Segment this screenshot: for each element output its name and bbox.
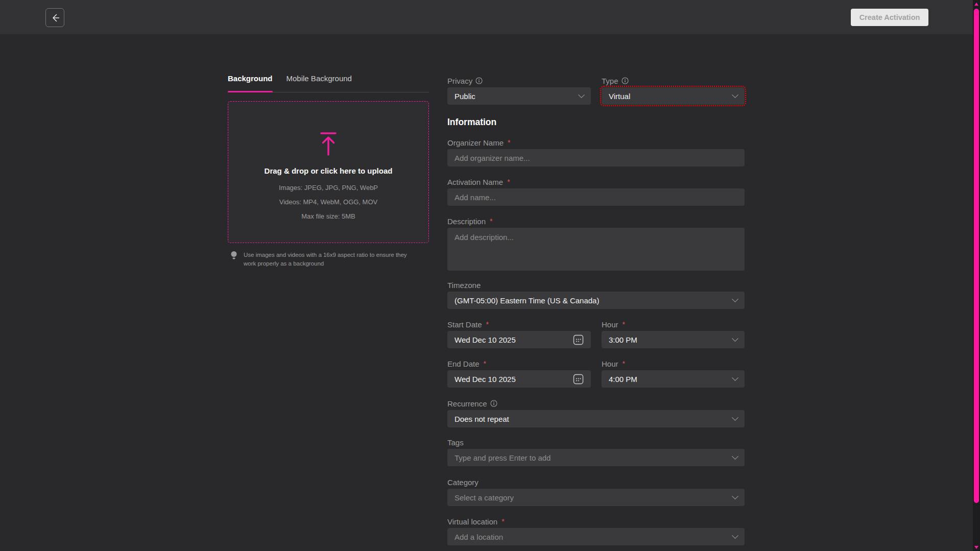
required-marker: * xyxy=(490,217,492,225)
vertical-scrollbar[interactable] xyxy=(973,0,980,551)
upload-dropzone[interactable]: Drag & drop or click here to upload Imag… xyxy=(228,101,429,243)
create-activation-button[interactable]: Create Activation xyxy=(851,9,928,26)
organizer-name-input[interactable]: Add organizer name... xyxy=(447,149,745,166)
tab-mobile-background[interactable]: Mobile Background xyxy=(286,74,352,84)
info-icon[interactable] xyxy=(490,400,497,407)
category-label: Category xyxy=(447,477,745,487)
start-hour-select[interactable]: 3:00 PM xyxy=(602,331,745,348)
upload-max-size: Max file size: 5MB xyxy=(301,212,355,220)
chevron-down-icon xyxy=(732,453,738,460)
chevron-down-icon xyxy=(732,335,738,342)
chevron-down-icon xyxy=(732,532,738,539)
activation-form: Privacy Public Type V xyxy=(447,71,745,545)
start-date-label: Start Date * xyxy=(447,319,591,329)
type-label: Type xyxy=(602,76,745,86)
required-marker: * xyxy=(508,138,510,147)
aspect-ratio-tip: Use images and videos with a 16x9 aspect… xyxy=(228,251,429,268)
virtual-location-label-text: Virtual location xyxy=(447,517,497,526)
activation-name-label: Activation Name * xyxy=(447,177,745,187)
upload-arrow-icon xyxy=(320,132,337,156)
information-section-title: Information xyxy=(447,117,745,128)
description-label-text: Description xyxy=(447,217,486,226)
lightbulb-icon xyxy=(230,251,237,261)
virtual-location-label: Virtual location * xyxy=(447,516,745,526)
category-placeholder: Select a category xyxy=(455,493,733,502)
description-placeholder: Add description... xyxy=(455,233,514,242)
info-icon[interactable] xyxy=(622,77,629,84)
description-label: Description * xyxy=(447,216,745,226)
category-label-text: Category xyxy=(447,478,479,487)
type-label-text: Type xyxy=(602,77,618,85)
required-marker: * xyxy=(507,178,510,186)
info-icon[interactable] xyxy=(475,77,483,84)
chevron-down-icon xyxy=(732,493,738,499)
organizer-name-placeholder: Add organizer name... xyxy=(455,154,737,162)
category-select[interactable]: Select a category xyxy=(447,489,745,506)
chevron-down-icon xyxy=(578,91,585,98)
calendar-icon xyxy=(573,334,584,345)
type-value: Virtual xyxy=(609,92,733,101)
header-bar: Create Activation xyxy=(0,0,980,34)
scrollbar-down-arrow-icon[interactable] xyxy=(974,546,978,549)
required-marker: * xyxy=(623,320,625,328)
chevron-down-icon xyxy=(732,374,738,381)
end-date-value: Wed Dec 10 2025 xyxy=(455,375,573,384)
back-button[interactable] xyxy=(45,8,64,27)
tags-input[interactable]: Type and press Enter to add xyxy=(447,449,745,466)
activation-name-input[interactable]: Add name... xyxy=(447,188,745,206)
chevron-down-icon xyxy=(732,414,738,421)
upload-videos-formats: Videos: MP4, WebM, OGG, MOV xyxy=(279,198,377,206)
description-textarea[interactable]: Add description... xyxy=(447,228,745,271)
type-select[interactable]: Virtual xyxy=(602,87,745,105)
chevron-down-icon xyxy=(732,296,738,302)
recurrence-select[interactable]: Does not repeat xyxy=(447,410,745,427)
end-hour-label-text: Hour xyxy=(602,360,618,368)
tip-text: Use images and videos with a 16x9 aspect… xyxy=(244,251,420,268)
privacy-value: Public xyxy=(455,92,579,101)
start-hour-label-text: Hour xyxy=(602,320,618,329)
start-date-input[interactable]: Wed Dec 10 2025 xyxy=(447,331,591,348)
end-date-input[interactable]: Wed Dec 10 2025 xyxy=(447,370,591,388)
recurrence-value: Does not repeat xyxy=(455,415,733,423)
tags-label-text: Tags xyxy=(447,438,464,447)
timezone-value: (GMT-05:00) Eastern Time (US & Canada) xyxy=(455,296,733,305)
start-date-label-text: Start Date xyxy=(447,320,482,329)
scrollbar-thumb[interactable] xyxy=(974,9,979,503)
start-hour-value: 3:00 PM xyxy=(609,336,733,344)
end-date-label: End Date * xyxy=(447,358,591,369)
upload-images-formats: Images: JPEG, JPG, PNG, WebP xyxy=(279,184,378,191)
activation-name-label-text: Activation Name xyxy=(447,178,503,186)
back-arrow-icon xyxy=(50,12,61,23)
upload-title: Drag & drop or click here to upload xyxy=(265,166,393,175)
start-hour-label: Hour * xyxy=(602,319,745,329)
virtual-location-select[interactable]: Add a location xyxy=(447,528,745,545)
organizer-name-label-text: Organizer Name xyxy=(447,138,504,147)
create-activation-page: Create Activation Background Mobile Back… xyxy=(0,0,980,551)
end-hour-select[interactable]: 4:00 PM xyxy=(602,370,745,388)
tab-background[interactable]: Background xyxy=(228,74,273,84)
chevron-down-icon xyxy=(732,91,738,98)
privacy-label-text: Privacy xyxy=(447,77,472,85)
start-date-value: Wed Dec 10 2025 xyxy=(455,336,573,344)
recurrence-label-text: Recurrence xyxy=(447,399,487,408)
tags-label: Tags xyxy=(447,437,745,447)
end-hour-label: Hour * xyxy=(602,358,745,369)
timezone-label: Timezone xyxy=(447,280,745,290)
end-hour-value: 4:00 PM xyxy=(609,375,733,384)
required-marker: * xyxy=(486,320,489,328)
organizer-name-label: Organizer Name * xyxy=(447,137,745,148)
tags-placeholder: Type and press Enter to add xyxy=(455,453,733,462)
required-marker: * xyxy=(623,360,625,368)
required-marker: * xyxy=(484,360,486,368)
virtual-location-placeholder: Add a location xyxy=(455,533,733,541)
required-marker: * xyxy=(501,517,504,525)
background-panel: Background Mobile Background Drag & drop… xyxy=(228,74,429,268)
privacy-select[interactable]: Public xyxy=(447,87,591,105)
timezone-label-text: Timezone xyxy=(447,281,481,290)
background-tabs: Background Mobile Background xyxy=(228,74,429,92)
scrollbar-up-arrow-icon[interactable] xyxy=(974,3,978,6)
calendar-icon xyxy=(573,374,584,385)
end-date-label-text: End Date xyxy=(447,360,480,368)
privacy-label: Privacy xyxy=(447,76,591,86)
timezone-select[interactable]: (GMT-05:00) Eastern Time (US & Canada) xyxy=(447,292,745,309)
